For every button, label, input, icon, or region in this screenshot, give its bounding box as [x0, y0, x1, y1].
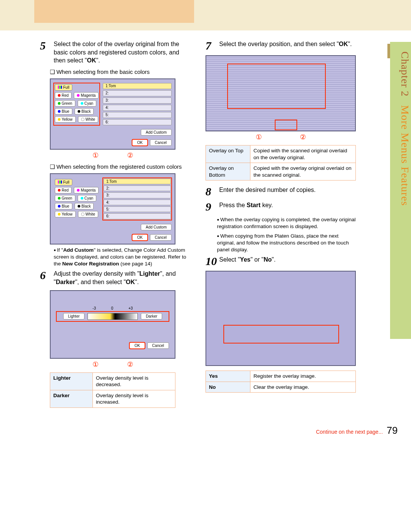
color-white[interactable]: White: [78, 116, 99, 123]
page-footer: Continue on the next page... 79: [0, 425, 411, 444]
color-yellow[interactable]: Yellow: [55, 116, 76, 123]
page-number: 79: [387, 425, 398, 436]
color-panel-basic: Full Red Magenta Green Cyan Blue Black: [50, 78, 175, 150]
custom-slot-6[interactable]: 6:: [104, 213, 171, 219]
overlay-position-screenshot: [206, 55, 356, 131]
color-full[interactable]: Full: [55, 179, 72, 185]
cancel-button[interactable]: Cancel: [150, 234, 172, 241]
step-6: 6 Adjust the overlay density with "Light…: [40, 270, 190, 286]
continue-text: Continue on the next page...: [316, 429, 383, 435]
table-row: NoClear the overlay image.: [206, 382, 356, 393]
step-text: Enter the desired number of copies.: [219, 186, 356, 197]
step-number: 5: [40, 40, 54, 65]
note-overlay-complete: When the overlay copying is completed, t…: [217, 216, 356, 230]
custom-slot-5[interactable]: 5:: [103, 112, 172, 118]
callout-1: ①: [92, 360, 99, 369]
callout-1: ①: [256, 133, 262, 141]
color-magenta[interactable]: Magenta: [74, 187, 99, 193]
color-yellow[interactable]: Yellow: [55, 211, 76, 217]
step-text: Select the overlay position, and then se…: [219, 40, 356, 51]
note-platen-glass: When copying from the Platen Glass, plac…: [217, 233, 356, 254]
color-red[interactable]: Red: [55, 187, 72, 193]
step-number: 9: [206, 201, 219, 212]
header-strip: [0, 0, 411, 30]
custom-slot-2[interactable]: 2:: [104, 185, 171, 191]
custom-slot-5[interactable]: 5:: [104, 206, 171, 212]
callout-row: ① ②: [50, 151, 175, 160]
ok-button[interactable]: OK: [132, 234, 147, 241]
custom-slot-3[interactable]: 3:: [104, 192, 171, 198]
color-magenta[interactable]: Magenta: [74, 92, 99, 99]
density-gradient: [88, 313, 138, 320]
overlay-table: Overlay on TopCopied with the scanned or…: [206, 145, 356, 181]
step-number: 7: [206, 40, 219, 51]
table-row: Overlay on BottomCopied with the overlay…: [206, 163, 356, 181]
darker-button[interactable]: Darker: [141, 313, 162, 320]
step-number: 8: [206, 186, 219, 197]
callout-row: ① ②: [206, 133, 356, 141]
color-cyan[interactable]: Cyan: [78, 195, 96, 201]
ok-button[interactable]: OK: [129, 342, 145, 349]
custom-slot-3[interactable]: 3:: [103, 97, 172, 104]
custom-slot-1[interactable]: 1:Tom: [104, 179, 171, 184]
step-7: 7 Select the overlay position, and then …: [206, 40, 356, 51]
step-5: 5 Select the color of the overlay origin…: [40, 40, 190, 65]
callout-2: ②: [127, 151, 133, 160]
custom-slot-6[interactable]: 6:: [103, 119, 172, 125]
table-row: YesRegister the overlay image.: [206, 371, 356, 382]
custom-slot-4[interactable]: 4:: [104, 200, 171, 205]
color-green[interactable]: Green: [55, 195, 75, 201]
add-custom-button[interactable]: Add Custom: [141, 129, 172, 136]
color-blue[interactable]: Blue: [55, 108, 72, 115]
color-panel-custom: Full Red Magenta Green Cyan Blue Black: [50, 173, 175, 244]
step-number: 10: [206, 256, 219, 267]
custom-slot-2[interactable]: 2:: [103, 90, 172, 96]
table-row: DarkerOverlay density level is increased…: [50, 390, 175, 407]
step-text: Select "Yes" or "No".: [219, 256, 356, 267]
header-inner-box: [34, 0, 194, 23]
step-text: Adjust the overlay density with "Lighter…: [54, 270, 190, 286]
callout-2: ②: [300, 133, 306, 141]
table-row: LighterOverlay density level is decrease…: [50, 372, 175, 390]
density-panel: -3 0 +3 Lighter Darker OK Cancel: [50, 290, 175, 359]
color-red[interactable]: Red: [55, 92, 72, 99]
color-blue[interactable]: Blue: [55, 203, 72, 209]
color-full[interactable]: Full: [55, 84, 72, 91]
note-custom-colors: When selecting from the registered custo…: [50, 163, 190, 170]
color-green[interactable]: Green: [55, 100, 75, 107]
step-9: 9 Press the Start key.: [206, 201, 356, 212]
step-10: 10 Select "Yes" or "No".: [206, 256, 356, 267]
yes-no-screenshot: [206, 271, 356, 366]
note-add-custom: If "Add Custom" is selected, Change Colo…: [54, 247, 190, 268]
step-number: 6: [40, 270, 54, 286]
custom-slot-4[interactable]: 4:: [103, 105, 172, 111]
color-white[interactable]: White: [78, 211, 99, 217]
yesno-table: YesRegister the overlay image. NoClear t…: [206, 371, 356, 393]
note-basic-colors: When selecting from the basic colors: [50, 69, 190, 75]
callout-row: ① ②: [50, 360, 175, 369]
step-8: 8 Enter the desired number of copies.: [206, 186, 356, 197]
ok-button[interactable]: OK: [132, 139, 147, 146]
cancel-button[interactable]: Cancel: [150, 139, 172, 146]
density-table: LighterOverlay density level is decrease…: [50, 372, 175, 408]
add-custom-button[interactable]: Add Custom: [141, 224, 172, 230]
custom-slot-1[interactable]: 1:Tom: [103, 83, 172, 89]
step-text: Press the Start key.: [219, 201, 356, 212]
step-text: Select the color of the overlay original…: [54, 40, 190, 65]
color-black[interactable]: Black: [75, 203, 94, 209]
color-black[interactable]: Black: [75, 108, 94, 115]
lighter-button[interactable]: Lighter: [63, 313, 85, 320]
callout-2: ②: [127, 360, 133, 369]
cancel-button[interactable]: Cancel: [147, 342, 169, 349]
color-cyan[interactable]: Cyan: [78, 100, 96, 107]
callout-1: ①: [92, 151, 99, 160]
table-row: Overlay on TopCopied with the scanned or…: [206, 145, 356, 163]
